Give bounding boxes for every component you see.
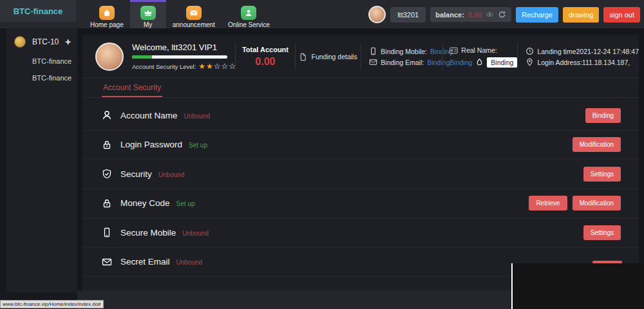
real-name-link[interactable]: Binding [450,59,472,66]
profile-header: Welcome, ltt3201 VIP1 Account Security L… [82,35,639,79]
home-icon [99,6,115,20]
row-label: Secure Mobile [120,228,176,238]
status-badge: Unbound [184,113,211,120]
binding-mobile-line: Binding Mobile: Binding [369,47,442,55]
welcome-block: Welcome, ltt3201 VIP1 Account Security L… [132,42,235,71]
avatar[interactable] [368,6,386,23]
status-badge: Unbound [158,171,185,178]
person-icon [241,6,256,20]
tab-bar: Account Security [82,79,639,98]
binding-block: Binding Mobile: Binding Binding Email: B… [361,44,442,69]
lock-icon [102,140,112,150]
sidebar: BTC-10 + BTC-finance BTC-finance [0,22,77,309]
total-account-value: 0.00 [236,56,295,68]
content-panel: Welcome, ltt3201 VIP1 Account Security L… [82,35,639,290]
status-bar-link: www.btc-finance.vip/Home/index/index.do# [0,300,104,308]
email-icon [102,257,112,267]
security-rows: Account Name Unbound Binding Login Passw… [82,98,639,277]
funding-details-label: Funding details [311,53,357,61]
real-name-line: Real Name: [450,46,517,55]
sidebar-item-btc-finance-1[interactable]: BTC-finance [6,53,77,70]
row-label: Money Code [120,198,170,208]
row-label: Security [120,169,152,179]
sidebar-panel: BTC-10 + BTC-finance BTC-finance [6,28,77,293]
mail-icon [186,6,202,20]
profile-avatar[interactable] [95,42,124,71]
retrieve-button[interactable]: Retrieve [529,196,567,211]
eye-icon[interactable] [486,10,494,19]
balance-box: balance: 0.00 [430,7,511,22]
binding-button[interactable]: Binding [585,108,621,123]
add-icon[interactable]: + [65,39,71,45]
row-label: Account Name [120,111,178,120]
welcome-text: Welcome, ltt3201 VIP1 [132,42,235,52]
tab-account-security[interactable]: Account Security [102,79,162,97]
mobile-icon [102,227,112,238]
row-login-password: Login Password Set up Modification [82,131,639,160]
clock-icon [526,47,534,55]
security-level-label: Account Security Level: [132,63,196,70]
modification-button[interactable]: Modification [573,196,621,211]
nav-label-announcement: announcement [173,21,215,28]
user-icon [102,110,112,120]
balance-value: 0.00 [468,11,482,19]
location-pin-icon [526,58,534,66]
total-account-label: Total Account [236,46,295,53]
login-address-line: Login Address:111.18.134.187, [526,58,639,66]
session-info-block: Landing time2021-12-24 17:48:47 Login Ad… [518,44,639,69]
real-name-label: Real Name: [461,46,497,54]
row-money-code: Money Code Set up Retrieve Modification [82,189,639,219]
status-badge: Unbound [176,259,203,266]
sidebar-item-btc-finance-2[interactable]: BTC-finance [6,70,77,86]
balance-label: balance: [435,11,464,19]
funding-details-link[interactable]: Funding details [296,53,361,61]
nav-item-online-service[interactable]: Online Service [222,0,276,28]
binding-email-label: Binding Email: [381,59,424,66]
nav-item-home[interactable]: Home page [84,0,130,28]
row-security: Security Unbound Settings [82,160,639,189]
landing-time-line: Landing time2021-12-24 17:48:47 [526,47,639,55]
status-badge: Set up [176,200,195,207]
lock-icon [102,198,112,209]
id-card-icon [450,46,458,55]
app-logo[interactable]: BTC-finance [0,0,76,22]
nav-label-my: My [144,21,152,28]
nav-label-home: Home page [90,21,124,28]
coin-icon [14,36,26,48]
star-icons-empty: ☆☆☆ [214,62,236,71]
refresh-icon[interactable] [498,10,506,19]
row-secure-mobile: Secure Mobile Unbound Settings [82,218,639,248]
main-nav: Home page My announcement Online Service [84,0,276,28]
nav-label-online-service: Online Service [228,21,270,28]
shield-icon [102,169,112,179]
row-label: Login Password [120,140,182,149]
row-account-name: Account Name Unbound Binding [82,101,639,131]
sign-out-button[interactable]: sign out [603,7,640,23]
document-icon [299,53,307,61]
drop-icon [475,58,484,66]
security-level: Account Security Level: ★★ ☆☆☆ [132,62,235,71]
modification-button[interactable]: Modification [573,137,621,152]
nav-item-my[interactable]: My [130,0,166,28]
real-name-block: Real Name: Binding Binding [443,44,517,70]
sidebar-group-btc10[interactable]: BTC-10 + [6,28,77,53]
status-badge: Unbound [182,230,209,237]
settings-button[interactable]: Settings [583,167,621,182]
security-progress-fill [132,55,152,59]
binding-mobile-label: Binding Mobile: [381,48,427,55]
login-address-text: Login Address:111.18.134.187, [537,59,630,66]
total-account-block: Total Account 0.00 [236,46,295,68]
settings-button[interactable]: Settings [583,225,621,240]
username-chip: ltt3201 [390,7,426,23]
recharge-button[interactable]: Recharge [516,7,558,23]
black-overlay [511,263,644,309]
security-progress [132,55,227,59]
nav-item-announcement[interactable]: announcement [166,0,222,28]
real-name-binding-button[interactable]: Binding [487,57,517,68]
real-name-actions: Binding Binding [450,57,517,68]
drawing-button[interactable]: drawing [563,7,600,23]
crown-icon [140,6,156,20]
sidebar-group-label: BTC-10 [26,37,65,46]
email-icon [369,58,377,66]
top-bar: Home page My announcement Online Service… [0,0,644,28]
